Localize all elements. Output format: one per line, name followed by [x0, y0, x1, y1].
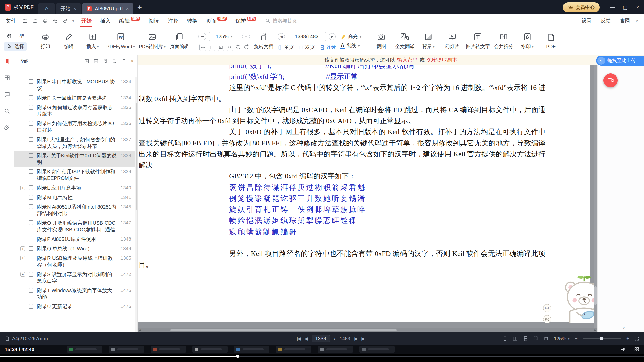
minimize-button[interactable]: — [606, 0, 619, 14]
hand-tool[interactable]: 手型 [4, 32, 27, 40]
next-page-icon[interactable]: ▶ [354, 336, 357, 341]
print-button[interactable]: 打印 [33, 27, 57, 55]
tab-document[interactable]: P AI8051U.pdf × [82, 3, 133, 14]
scroll-down-icon[interactable]: ˅ [623, 326, 625, 330]
scroll-left-icon[interactable]: ◀ [139, 328, 141, 332]
bookmark-item[interactable]: 附录I 大批量生产，如何省去专门的烧录人员，如何无烧录环节 1337 [14, 135, 135, 151]
open-folder-icon[interactable] [22, 18, 28, 24]
screenshot-button[interactable]: 截图 [369, 27, 393, 55]
pdf-to-word-button[interactable]: W PDF转Word▾ [104, 27, 137, 55]
chevron-down-icon[interactable]: ▾ [72, 19, 74, 23]
menu-item[interactable]: 开始 [80, 14, 92, 27]
fit-width-button[interactable] [199, 44, 206, 51]
vertical-scrollbar-thumb[interactable] [594, 286, 597, 305]
image-to-text-button[interactable]: 图片转文字 [464, 27, 492, 55]
last-page-icon[interactable]: ▶| [362, 336, 365, 341]
bookmark-item[interactable]: 附录M 电气特性 1341 [14, 193, 135, 202]
menubar-right-item[interactable]: 设置 [582, 17, 592, 24]
bookmark-item[interactable]: 附录P Ai8051U库文件使用 1348 [14, 234, 135, 244]
single-page-view-icon[interactable] [502, 336, 507, 341]
expander-icon[interactable]: + [20, 272, 25, 277]
bookmark-item[interactable]: 附录N Ai8051U系列和Intel-80251内部结构图对比 1345 [14, 202, 135, 218]
highlight-button[interactable]: 高亮 ▾ [340, 33, 361, 40]
close-icon[interactable]: × [126, 6, 129, 12]
zoom-in-icon[interactable]: + [626, 336, 629, 341]
menu-item[interactable]: 阅读 [148, 14, 160, 27]
bookmark-item[interactable]: + 附录L 应用注意事项 1340 [14, 183, 135, 193]
horizontal-scrollbar[interactable]: ◀ ▶ [138, 328, 597, 332]
select-tool[interactable]: 选择 [4, 42, 27, 51]
expander-icon[interactable]: + [20, 256, 25, 260]
rotate-left-icon[interactable] [236, 44, 241, 50]
book-view-icon[interactable] [533, 336, 538, 341]
menubar-right-item[interactable]: 官网 [620, 17, 630, 24]
view-double-page[interactable]: 双页 [299, 44, 315, 51]
apps-grid-icon[interactable] [634, 347, 639, 352]
zoom-slider[interactable] [583, 338, 621, 339]
record-floating-button[interactable] [603, 73, 618, 87]
video-progress-bar[interactable] [0, 354, 644, 362]
scroll-right-icon[interactable]: ▶ [594, 328, 596, 332]
pdf-more-button[interactable]: PDF [539, 27, 563, 55]
search-box[interactable] [265, 14, 326, 27]
menu-item[interactable]: 插入 [99, 14, 111, 27]
edit-button[interactable]: 编辑 [57, 27, 81, 55]
drag-upload-tag[interactable]: 拖拽至此上传 [596, 56, 644, 66]
bookmarks-panel-icon[interactable] [4, 58, 10, 65]
search-input[interactable] [273, 18, 326, 24]
vertical-scrollbar[interactable] [594, 55, 597, 328]
fullscreen-icon[interactable] [634, 336, 639, 341]
horizontal-scrollbar-thumb[interactable] [170, 329, 397, 331]
bookmark-item[interactable]: 附录H 如何使用万用表检测芯片I/O口好坏 1336 [14, 119, 135, 135]
bookmark-item[interactable]: + 附录Q 单总线（1-Wire） 1349 [14, 244, 135, 253]
zoom-slider-handle[interactable] [600, 337, 603, 340]
rotate-right-icon[interactable] [244, 44, 249, 50]
bookmark-item[interactable]: 附录E 串口中断收发 - MODBUS 协议 1324 [14, 77, 135, 93]
bookmark-item[interactable]: 附录U 更新记录 1476 [14, 302, 135, 311]
zoom-out-button[interactable]: − [198, 33, 206, 40]
zoom-out-icon[interactable]: − [575, 336, 578, 341]
collapse-all-icon[interactable] [93, 59, 99, 64]
print-icon[interactable] [42, 18, 48, 24]
save-icon[interactable] [32, 18, 38, 24]
comments-panel-icon[interactable] [4, 91, 10, 98]
page-edit-button[interactable]: 页面编辑 [168, 27, 191, 55]
scroll-view-icon[interactable] [544, 336, 549, 341]
bookmark-item[interactable]: + 附录R USB原理及应用线上培训教程（何老师） 1365 [14, 253, 135, 269]
bookmark-item[interactable]: + 附录S 设置屏幕显示为对比鲜明的黑底白字 1472 [14, 269, 135, 286]
expander-icon[interactable]: + [20, 246, 25, 251]
next-page-button[interactable]: ▶ [329, 33, 336, 40]
expand-all-icon[interactable] [84, 59, 89, 64]
current-page-input[interactable]: 1338 [312, 335, 330, 342]
collapse-ribbon-icon[interactable]: ˄ [636, 14, 638, 27]
attachments-panel-icon[interactable] [4, 124, 10, 131]
bookmark-item[interactable]: 附录F 关于回流焊前是否要烘烤 1334 [14, 93, 135, 103]
actual-size-button[interactable] [218, 44, 224, 51]
menu-item[interactable]: 页面 NEW [205, 14, 228, 27]
page-indicator[interactable]: 1338/1483 [288, 32, 326, 41]
translate-button[interactable]: 全文翻译 [393, 27, 417, 55]
redo-icon[interactable] [62, 18, 68, 24]
close-icon[interactable]: × [73, 6, 76, 12]
view-continuous[interactable]: 连续 [320, 44, 336, 51]
rotate-document-button[interactable]: 旋转文档 [252, 27, 275, 55]
menu-item[interactable]: 保护 NEW [235, 14, 257, 27]
video-progress-track[interactable] [0, 356, 644, 357]
zoom-in-button[interactable]: + [242, 33, 250, 40]
double-page-view-icon[interactable] [513, 336, 518, 341]
vip-center-button[interactable]: 会员中心 [563, 2, 600, 12]
enter-password-link[interactable]: 输入密码 [397, 57, 417, 63]
pdf-to-image-button[interactable]: PDF转图片▾ [137, 27, 168, 55]
bookmark-item[interactable]: 附录J 关于Keil软件中0xFD问题的说明 1338 [14, 151, 135, 167]
new-tab-button[interactable]: + [137, 3, 142, 11]
locate-bookmark-icon[interactable] [112, 59, 117, 64]
menu-item[interactable]: 编辑 NEW [118, 14, 141, 27]
bookmark-item[interactable]: 附录K 如何使用ISP下载软件制作和编辑EEPROM文件 1339 [14, 167, 135, 183]
add-bookmark-icon[interactable] [103, 59, 108, 64]
bookmark-item[interactable]: 附录G 如何通过读取寄存器获取芯片版本 1335 [14, 103, 135, 119]
continuous-view-icon[interactable] [523, 336, 528, 341]
zoom-select-button[interactable] [227, 44, 233, 51]
expander-icon[interactable]: + [20, 186, 25, 190]
tab-start[interactable]: 开始 × [56, 3, 81, 14]
video-progress-handle[interactable] [236, 355, 239, 358]
